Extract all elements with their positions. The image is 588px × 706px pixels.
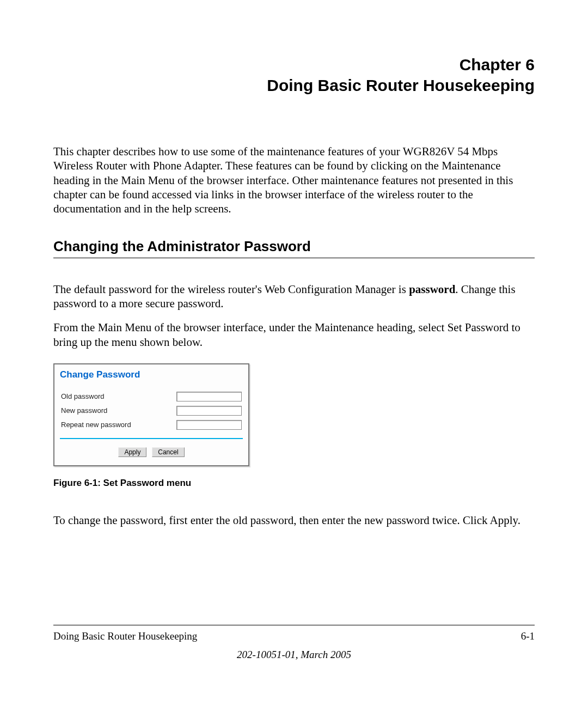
password-form-table: Old password New password Repeat new pas…: [60, 389, 243, 433]
chapter-title: Doing Basic Router Housekeeping: [53, 75, 535, 96]
panel-divider: [60, 438, 243, 439]
footer-line: Doing Basic Router Housekeeping 6-1: [53, 630, 535, 643]
section-paragraph-2: From the Main Menu of the browser interf…: [53, 320, 535, 349]
after-figure-paragraph: To change the password, first enter the …: [53, 513, 535, 527]
old-password-label: Old password: [61, 390, 154, 403]
page-footer: Doing Basic Router Housekeeping 6-1: [53, 625, 535, 643]
change-password-panel: Change Password Old password New passwor…: [53, 363, 249, 467]
para1-pre: The default password for the wireless ro…: [53, 283, 409, 296]
footer-docid: 202-10051-01, March 2005: [0, 648, 588, 661]
para1-bold: password: [409, 283, 455, 296]
footer-rule: [53, 625, 535, 625]
chapter-number: Chapter 6: [53, 54, 535, 75]
intro-paragraph: This chapter describes how to use some o…: [53, 144, 535, 216]
apply-button[interactable]: Apply: [118, 447, 146, 457]
section-paragraph-1: The default password for the wireless ro…: [53, 282, 535, 311]
new-password-label: New password: [61, 404, 154, 417]
panel-button-row: Apply Cancel: [60, 443, 243, 460]
repeat-password-input[interactable]: [176, 420, 242, 430]
old-password-input[interactable]: [176, 392, 242, 401]
cancel-button[interactable]: Cancel: [152, 447, 184, 457]
chapter-heading: Chapter 6 Doing Basic Router Housekeepin…: [53, 54, 535, 95]
footer-right: 6-1: [521, 630, 535, 643]
panel-title: Change Password: [60, 369, 243, 380]
new-password-input[interactable]: [176, 406, 242, 416]
repeat-password-label: Repeat new password: [61, 418, 154, 431]
footer-left: Doing Basic Router Housekeeping: [53, 630, 197, 643]
document-page: Chapter 6 Doing Basic Router Housekeepin…: [0, 0, 588, 527]
figure-caption: Figure 6-1: Set Password menu: [53, 477, 535, 489]
section-heading: Changing the Administrator Password: [53, 238, 535, 258]
